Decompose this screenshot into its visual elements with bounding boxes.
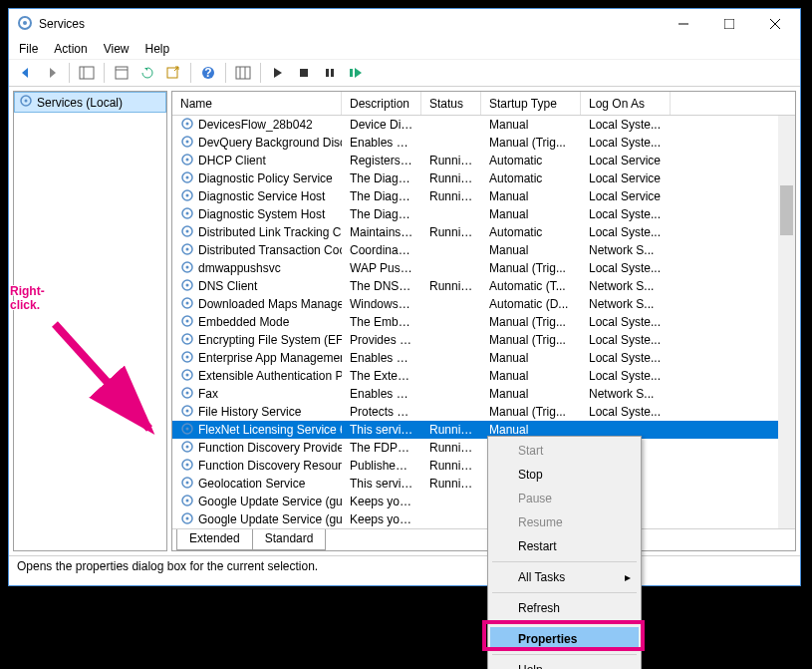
service-logon: Local Syste... xyxy=(581,369,671,383)
ctx-start[interactable]: Start xyxy=(490,439,639,463)
columns-button[interactable] xyxy=(232,62,254,84)
service-row[interactable]: DNS ClientThe DNS Cli...RunningAutomatic… xyxy=(172,277,795,295)
console-tree[interactable]: Services (Local) xyxy=(13,91,167,551)
service-icon xyxy=(180,153,194,169)
services-window: Services File Action View Help ? xyxy=(8,8,801,586)
service-icon xyxy=(180,350,194,367)
service-row[interactable]: Geolocation ServiceThis service ...Runni… xyxy=(172,475,795,493)
service-row[interactable]: FaxEnables you...ManualNetwork S... xyxy=(172,385,795,403)
service-desc: The FDPHO... xyxy=(342,441,421,455)
service-row[interactable]: Diagnostic Policy ServiceThe Diagno...Ru… xyxy=(172,169,795,187)
service-name: Google Update Service (gup... xyxy=(198,512,342,526)
ctx-restart[interactable]: Restart xyxy=(490,534,639,558)
service-status: Running xyxy=(421,459,481,473)
service-logon: Local Service xyxy=(581,189,671,203)
tree-services-local[interactable]: Services (Local) xyxy=(14,92,166,113)
restart-service-button[interactable] xyxy=(345,62,367,84)
service-row[interactable]: FlexNet Licensing Service 64This service… xyxy=(172,421,795,439)
service-icon xyxy=(180,242,194,259)
minimize-button[interactable] xyxy=(661,9,706,39)
svg-point-67 xyxy=(186,516,189,519)
menu-help[interactable]: Help xyxy=(145,42,170,56)
service-row[interactable]: Distributed Transaction Coo...Coordinate… xyxy=(172,241,795,259)
maximize-button[interactable] xyxy=(706,9,752,39)
close-button[interactable] xyxy=(752,9,798,39)
service-row[interactable]: Downloaded Maps ManagerWindows se...Auto… xyxy=(172,295,795,313)
services-icon xyxy=(17,15,33,34)
submenu-arrow-icon: ▸ xyxy=(625,570,631,584)
service-desc: Provides th... xyxy=(342,333,421,347)
show-hide-tree-button[interactable] xyxy=(76,62,98,84)
ctx-stop[interactable]: Stop xyxy=(490,463,639,487)
menu-file[interactable]: File xyxy=(19,42,38,56)
service-row[interactable]: Extensible Authentication P...The Extens… xyxy=(172,367,795,385)
service-row[interactable]: Function Discovery Resourc...Publishes t… xyxy=(172,457,795,475)
service-row[interactable]: Google Update Service (gup...Keeps your … xyxy=(172,493,795,510)
service-row[interactable]: Function Discovery Provide...The FDPHO..… xyxy=(172,439,795,457)
start-service-button[interactable] xyxy=(267,62,289,84)
service-name: Extensible Authentication P... xyxy=(198,369,342,383)
col-startup[interactable]: Startup Type xyxy=(481,92,581,115)
service-row[interactable]: Diagnostic Service HostThe Diagno...Runn… xyxy=(172,187,795,205)
service-icon xyxy=(180,170,194,187)
service-logon: Network S... xyxy=(581,243,671,257)
service-desc: Publishes th... xyxy=(342,459,421,473)
service-row[interactable]: dmwappushsvcWAP Push ...Manual (Trig...L… xyxy=(172,259,795,277)
ctx-properties[interactable]: Properties xyxy=(490,627,639,651)
vertical-scrollbar[interactable] xyxy=(778,116,795,528)
service-startup: Manual xyxy=(481,118,581,132)
col-status[interactable]: Status xyxy=(421,92,481,115)
service-desc: Protects use... xyxy=(342,405,421,419)
export-button[interactable] xyxy=(162,62,184,84)
service-row[interactable]: DevQuery Background Disc...Enables app..… xyxy=(172,134,795,152)
pause-service-button[interactable] xyxy=(319,62,341,84)
service-row[interactable]: Embedded ModeThe Embed...Manual (Trig...… xyxy=(172,313,795,331)
svg-point-49 xyxy=(186,355,189,358)
service-name: Google Update Service (gup... xyxy=(198,495,342,508)
ctx-pause[interactable]: Pause xyxy=(490,487,639,510)
service-row[interactable]: File History ServiceProtects use...Manua… xyxy=(172,403,795,421)
service-row[interactable]: Google Update Service (gup...Keeps your … xyxy=(172,510,795,528)
service-startup: Automatic xyxy=(481,154,581,167)
ctx-separator xyxy=(492,654,637,655)
stop-service-button[interactable] xyxy=(293,62,315,84)
toolbar: ? xyxy=(9,59,800,87)
tabstrip: Extended Standard xyxy=(172,528,795,550)
service-row[interactable]: Encrypting File System (EFS)Provides th.… xyxy=(172,331,795,349)
back-button[interactable] xyxy=(15,62,37,84)
service-startup: Manual xyxy=(481,423,581,437)
ctx-all-tasks[interactable]: All Tasks ▸ xyxy=(490,565,639,589)
column-headers: Name Description Status Startup Type Log… xyxy=(172,92,795,116)
help-button[interactable]: ? xyxy=(197,62,219,84)
titlebar[interactable]: Services xyxy=(9,9,800,39)
col-name[interactable]: Name xyxy=(172,92,342,115)
service-desc: WAP Push ... xyxy=(342,261,421,275)
ctx-resume[interactable]: Resume xyxy=(490,510,639,534)
service-row[interactable]: DevicesFlow_28b042Device Disc...ManualLo… xyxy=(172,116,795,134)
service-status: Running xyxy=(421,423,481,437)
svg-point-45 xyxy=(186,319,189,322)
col-description[interactable]: Description xyxy=(342,92,421,115)
service-desc: The Embed... xyxy=(342,315,421,329)
refresh-button[interactable] xyxy=(136,62,158,84)
service-startup: Manual (Trig... xyxy=(481,333,581,347)
service-logon: Network S... xyxy=(581,297,671,311)
tab-extended[interactable]: Extended xyxy=(176,529,253,550)
service-row[interactable]: Diagnostic System HostThe Diagno...Manua… xyxy=(172,205,795,223)
service-row[interactable]: Enterprise App Managemen...Enables ent..… xyxy=(172,349,795,367)
window-title: Services xyxy=(39,17,661,31)
properties-button[interactable] xyxy=(111,62,133,84)
forward-button[interactable] xyxy=(41,62,63,84)
service-desc: Maintains li... xyxy=(342,225,421,239)
ctx-help[interactable]: Help xyxy=(490,658,639,669)
service-row[interactable]: DHCP ClientRegisters an...RunningAutomat… xyxy=(172,152,795,169)
service-row[interactable]: Distributed Link Tracking Cl...Maintains… xyxy=(172,223,795,241)
ctx-refresh[interactable]: Refresh xyxy=(490,596,639,620)
menu-action[interactable]: Action xyxy=(54,42,87,56)
service-startup: Automatic (D... xyxy=(481,297,581,311)
tab-standard[interactable]: Standard xyxy=(252,529,327,550)
svg-point-37 xyxy=(186,247,189,250)
col-logon[interactable]: Log On As xyxy=(581,92,671,115)
menu-view[interactable]: View xyxy=(104,42,130,56)
scrollbar-thumb[interactable] xyxy=(780,185,793,235)
